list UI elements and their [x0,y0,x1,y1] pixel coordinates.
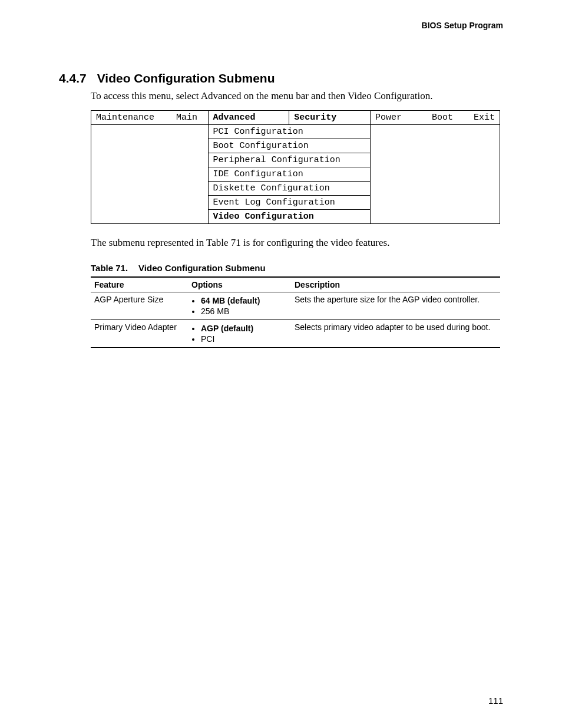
tab-main: Main [171,111,208,125]
bios-menu-diagram: Maintenance Main Advanced Security Power… [91,110,500,224]
post-intro: The submenu represented in Table 71 is f… [91,237,503,249]
submenu-pci: PCI Configuration [208,125,370,139]
table-caption: Table 71.Video Configuration Submenu [91,263,503,273]
tab-advanced: Advanced [208,111,289,125]
tab-security: Security [289,111,371,125]
submenu-boot-config: Boot Configuration [208,139,370,153]
tab-boot: Boot [427,111,463,125]
option-item: PCI [201,334,287,344]
option-default: AGP (default) [201,324,253,333]
tab-maintenance: Maintenance [91,111,172,125]
running-header: BIOS Setup Program [59,21,503,30]
section-number: 4.4.7 [59,71,87,85]
cell-description: Sets the aperture size for the AGP video… [291,292,500,320]
submenu-eventlog: Event Log Configuration [208,196,370,210]
cell-description: Selects primary video adapter to be used… [291,320,500,348]
config-table: Feature Options Description AGP Aperture… [91,276,500,348]
submenu-diskette: Diskette Configuration [208,182,370,196]
option-item: 256 MB [201,307,287,316]
table-row: AGP Aperture Size 64 MB (default) 256 MB… [91,292,500,320]
section-title: Video Configuration Submenu [97,71,275,85]
submenu-video: Video Configuration [208,210,370,224]
col-header-feature: Feature [91,277,188,292]
tab-power: Power [371,111,427,125]
section-intro: To access this menu, select Advanced on … [91,90,503,102]
option-default: 64 MB (default) [201,296,260,305]
submenu-peripheral: Peripheral Configuration [208,153,370,167]
cell-feature: AGP Aperture Size [91,292,188,320]
cell-feature: Primary Video Adapter [91,320,188,348]
tab-exit: Exit [463,111,500,125]
table-caption-title: Video Configuration Submenu [138,263,266,273]
section-heading: 4.4.7Video Configuration Submenu [59,71,503,85]
table-caption-number: Table 71. [91,263,128,273]
cell-options: AGP (default) PCI [188,320,291,348]
col-header-options: Options [188,277,291,292]
page-number: 111 [488,696,503,706]
table-row: Primary Video Adapter AGP (default) PCI … [91,320,500,348]
cell-options: 64 MB (default) 256 MB [188,292,291,320]
submenu-ide: IDE Configuration [208,167,370,182]
col-header-description: Description [291,277,500,292]
